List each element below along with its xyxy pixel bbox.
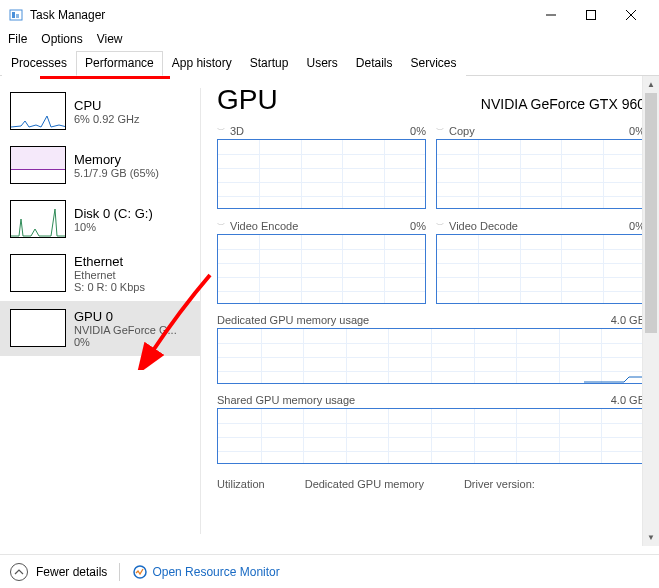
- eth-sub1: Ethernet: [74, 269, 145, 281]
- disk-sub: 10%: [74, 221, 153, 233]
- open-resource-monitor-link[interactable]: Open Resource Monitor: [132, 564, 279, 580]
- menu-view[interactable]: View: [97, 32, 123, 46]
- fewer-details-icon[interactable]: [10, 563, 28, 581]
- cpu-sub: 6% 0.92 GHz: [74, 113, 139, 125]
- eth-title: Ethernet: [74, 254, 145, 269]
- cpu-thumb: [10, 92, 66, 130]
- ethernet-thumb: [10, 254, 66, 292]
- dedmem-right: 4.0 GB: [611, 314, 645, 326]
- graph-venc-label: Video Encode: [230, 220, 298, 232]
- graph-3d-pct: 0%: [410, 125, 426, 137]
- shmem-right: 4.0 GB: [611, 394, 645, 406]
- footer: Fewer details Open Resource Monitor: [0, 554, 659, 588]
- sidebar-item-cpu[interactable]: CPU 6% 0.92 GHz: [0, 84, 200, 138]
- chevron-down-icon[interactable]: ﹀: [217, 126, 226, 135]
- stat-dedicated-memory: Dedicated GPU memory: [305, 478, 424, 490]
- tab-processes[interactable]: Processes: [2, 51, 76, 76]
- stat-driver-version: Driver version:: [464, 478, 535, 490]
- eth-sub2: S: 0 R: 0 Kbps: [74, 281, 145, 293]
- gpu-title: GPU 0: [74, 309, 177, 324]
- menu-options[interactable]: Options: [41, 32, 82, 46]
- menu-bar: File Options View: [0, 30, 659, 50]
- menu-file[interactable]: File: [8, 32, 27, 46]
- sidebar-item-disk[interactable]: Disk 0 (C: G:) 10%: [0, 192, 200, 246]
- scrollbar[interactable]: ▲ ▼: [642, 76, 659, 546]
- tab-details[interactable]: Details: [347, 51, 402, 76]
- graph-venc-pct: 0%: [410, 220, 426, 232]
- graph-copy[interactable]: [436, 139, 645, 209]
- graph-copy-label: Copy: [449, 125, 475, 137]
- annotation-underline: [40, 76, 170, 79]
- graph-video-encode[interactable]: [217, 234, 426, 304]
- gpu-model: NVIDIA GeForce GTX 960: [481, 96, 645, 112]
- graph-copy-box: ﹀ Copy 0%: [436, 124, 645, 209]
- memory-sub: 5.1/7.9 GB (65%): [74, 167, 159, 179]
- gpu-sub2: 0%: [74, 336, 177, 348]
- gpu-sub1: NVIDIA GeForce G...: [74, 324, 177, 336]
- resource-monitor-icon: [132, 564, 148, 580]
- memory-thumb: [10, 146, 66, 184]
- content-area: CPU 6% 0.92 GHz Memory 5.1/7.9 GB (65%) …: [0, 76, 659, 546]
- maximize-button[interactable]: [571, 0, 611, 30]
- chevron-down-icon[interactable]: ﹀: [217, 221, 226, 230]
- svg-point-7: [134, 566, 146, 578]
- stat-utilization: Utilization: [217, 478, 265, 490]
- minimize-button[interactable]: [531, 0, 571, 30]
- window-title: Task Manager: [30, 8, 105, 22]
- graph-venc-box: ﹀ Video Encode 0%: [217, 219, 426, 304]
- footer-divider: [119, 563, 120, 581]
- chevron-down-icon[interactable]: ﹀: [436, 126, 445, 135]
- graph-shared-memory[interactable]: [217, 408, 645, 464]
- svg-rect-4: [587, 11, 596, 20]
- tab-services[interactable]: Services: [402, 51, 466, 76]
- sidebar-item-gpu[interactable]: GPU 0 NVIDIA GeForce G... 0%: [0, 301, 200, 356]
- tab-startup[interactable]: Startup: [241, 51, 298, 76]
- title-bar: Task Manager: [0, 0, 659, 30]
- main-heading: GPU: [217, 84, 278, 116]
- tab-users[interactable]: Users: [297, 51, 346, 76]
- memory-title: Memory: [74, 152, 159, 167]
- tab-performance[interactable]: Performance: [76, 51, 163, 76]
- chevron-down-icon[interactable]: ﹀: [436, 221, 445, 230]
- shmem-label: Shared GPU memory usage: [217, 394, 355, 406]
- fewer-details-link[interactable]: Fewer details: [36, 565, 107, 579]
- graph-dedicated-memory[interactable]: [217, 328, 645, 384]
- app-icon: [8, 7, 24, 23]
- sidebar-item-ethernet[interactable]: Ethernet Ethernet S: 0 R: 0 Kbps: [0, 246, 200, 301]
- orm-label: Open Resource Monitor: [152, 565, 279, 579]
- graph-3d-label: 3D: [230, 125, 244, 137]
- graph-3d-box: ﹀ 3D 0%: [217, 124, 426, 209]
- graph-vdec-label: Video Decode: [449, 220, 518, 232]
- sidebar: CPU 6% 0.92 GHz Memory 5.1/7.9 GB (65%) …: [0, 76, 200, 546]
- svg-rect-1: [12, 12, 15, 18]
- scroll-up-icon[interactable]: ▲: [643, 76, 659, 93]
- scroll-down-icon[interactable]: ▼: [643, 529, 659, 546]
- svg-rect-2: [16, 14, 19, 18]
- graph-video-decode[interactable]: [436, 234, 645, 304]
- tab-app-history[interactable]: App history: [163, 51, 241, 76]
- main-panel: GPU NVIDIA GeForce GTX 960 ﹀ 3D 0% ﹀ Cop…: [201, 76, 659, 546]
- cpu-title: CPU: [74, 98, 139, 113]
- scrollbar-thumb[interactable]: [645, 93, 657, 333]
- close-button[interactable]: [611, 0, 651, 30]
- disk-thumb: [10, 200, 66, 238]
- graph-vdec-box: ﹀ Video Decode 0%: [436, 219, 645, 304]
- dedmem-label: Dedicated GPU memory usage: [217, 314, 369, 326]
- gpu-thumb: [10, 309, 66, 347]
- sidebar-item-memory[interactable]: Memory 5.1/7.9 GB (65%): [0, 138, 200, 192]
- graph-3d[interactable]: [217, 139, 426, 209]
- tab-strip: Processes Performance App history Startu…: [0, 50, 659, 76]
- disk-title: Disk 0 (C: G:): [74, 206, 153, 221]
